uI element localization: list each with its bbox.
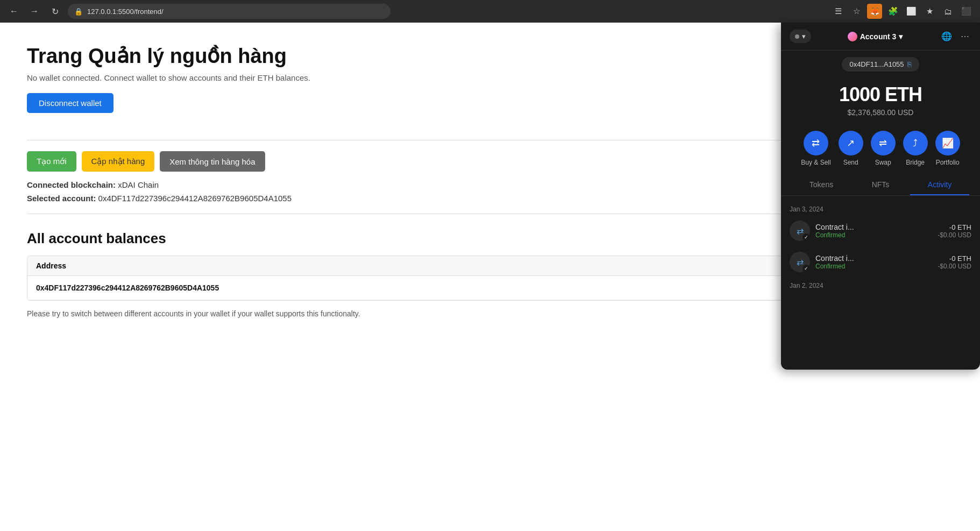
copy-icon: ⎘ bbox=[907, 60, 912, 68]
bridge-icon: ⤴ bbox=[903, 131, 928, 155]
wallet-action-buy-sell[interactable]: ⇄ Buy & Sell bbox=[801, 131, 830, 166]
update-goods-button[interactable]: Cập nhật hàng bbox=[82, 151, 155, 172]
wallet-header-icons: 🌐 ⋯ bbox=[939, 29, 971, 44]
bridge-label: Bridge bbox=[906, 159, 925, 166]
reader-view-button[interactable]: ☰ bbox=[830, 4, 846, 19]
wallet-menu-button[interactable]: ⋯ bbox=[958, 29, 971, 44]
disconnect-wallet-button[interactable]: Disconnect wallet bbox=[27, 93, 113, 113]
contract-interaction-icon-1: ⇄ bbox=[797, 226, 804, 236]
activity-date-1: Jan 3, 2024 bbox=[781, 201, 980, 215]
refresh-button[interactable]: ↻ bbox=[47, 4, 62, 19]
back-button[interactable]: ← bbox=[6, 4, 22, 19]
view-goods-button[interactable]: Xem thông tin hàng hóa bbox=[160, 151, 265, 172]
lock-icon: 🔒 bbox=[74, 8, 83, 16]
wallet-global-icon[interactable]: 🌐 bbox=[939, 29, 954, 44]
tab-tokens[interactable]: Tokens bbox=[792, 175, 851, 195]
activity-usd-2: -$0.00 USD bbox=[938, 263, 971, 270]
wallet-balance-eth: 1000 ETH bbox=[781, 83, 980, 106]
url-text: 127.0.0.1:5500/frontend/ bbox=[87, 8, 164, 16]
send-label: Send bbox=[843, 159, 858, 166]
wallet-balance-section: 1000 ETH $2,376,580.00 USD bbox=[781, 78, 980, 125]
activity-item-1[interactable]: ⇄ ✓ Contract i... Confirmed -0 ETH -$0.0… bbox=[781, 215, 980, 246]
selected-account-value: 0x4DF117d227396c294412A8269762B9605D4A10… bbox=[98, 194, 292, 203]
contract-interaction-icon-2: ⇄ bbox=[797, 257, 804, 267]
account-avatar bbox=[848, 32, 857, 41]
activity-icon-2: ⇄ ✓ bbox=[790, 252, 810, 272]
activity-date-2: Jan 2, 2024 bbox=[781, 278, 980, 292]
activity-icon-1: ⇄ ✓ bbox=[790, 221, 810, 241]
main-area: Trang Quản lý nguồn hàng No wallet conne… bbox=[0, 23, 980, 531]
activity-amount-1: -0 ETH -$0.00 USD bbox=[938, 223, 971, 239]
wallet-account-button[interactable]: Account 3 ▾ bbox=[848, 32, 903, 41]
activity-badge-1: ✓ bbox=[803, 233, 810, 241]
wallet-tabs: Tokens NFTs Activity bbox=[781, 175, 980, 196]
activity-name-1: Contract i... bbox=[815, 223, 932, 231]
account-name: Account 3 bbox=[860, 32, 897, 41]
wallet-actions: ⇄ Buy & Sell ↗ Send ⇌ Swap ⤴ Bridge 📈 Po… bbox=[781, 125, 980, 175]
activity-item-2[interactable]: ⇄ ✓ Contract i... Confirmed -0 ETH -$0.0… bbox=[781, 246, 980, 278]
buy-sell-label: Buy & Sell bbox=[801, 159, 830, 166]
swap-icon: ⇌ bbox=[871, 131, 896, 155]
activity-amount-2: -0 ETH -$0.00 USD bbox=[938, 254, 971, 270]
wallet-header: ▾ Account 3 ▾ 🌐 ⋯ bbox=[781, 23, 980, 51]
connected-blockchain-label: Connected blockchain: bbox=[27, 180, 116, 189]
activity-info-1: Contract i... Confirmed bbox=[815, 223, 932, 239]
send-icon: ↗ bbox=[839, 131, 863, 155]
wallet-popup: ▾ Account 3 ▾ 🌐 ⋯ 0x4DF11...A1055 ⎘ 1000… bbox=[781, 23, 980, 370]
network-status-dot bbox=[795, 34, 799, 39]
selected-account-label: Selected account: bbox=[27, 194, 96, 203]
activity-status-1: Confirmed bbox=[815, 231, 932, 239]
activity-name-2: Contract i... bbox=[815, 254, 932, 263]
swap-label: Swap bbox=[875, 159, 891, 166]
wallet-action-portfolio[interactable]: 📈 Portfolio bbox=[935, 131, 960, 166]
extensions-button[interactable]: 🧩 bbox=[885, 4, 900, 19]
tab-nfts[interactable]: NFTs bbox=[851, 175, 910, 195]
collections-button[interactable]: 🗂 bbox=[940, 4, 955, 19]
wallet-network-button[interactable]: ▾ bbox=[790, 30, 811, 43]
wallet-address-row: 0x4DF11...A1055 ⎘ bbox=[781, 51, 980, 78]
wallet-action-send[interactable]: ↗ Send bbox=[839, 131, 863, 166]
address-bar[interactable]: 🔒 127.0.0.1:5500/frontend/ bbox=[68, 4, 390, 19]
account-chevron-icon: ▾ bbox=[899, 32, 903, 41]
wallet-action-bridge[interactable]: ⤴ Bridge bbox=[903, 131, 928, 166]
activity-eth-2: -0 ETH bbox=[938, 254, 971, 263]
wallet-balance-usd: $2,376,580.00 USD bbox=[781, 108, 980, 117]
buy-sell-icon: ⇄ bbox=[804, 131, 828, 155]
more-tools-button[interactable]: ⬛ bbox=[958, 4, 974, 19]
portfolio-icon: 📈 bbox=[935, 131, 960, 155]
star-button[interactable]: ☆ bbox=[849, 4, 864, 19]
activity-info-2: Contract i... Confirmed bbox=[815, 254, 932, 270]
connected-blockchain-value: xDAI Chain bbox=[118, 180, 159, 189]
tab-activity[interactable]: Activity bbox=[910, 175, 969, 195]
activity-badge-2: ✓ bbox=[803, 265, 810, 272]
create-new-button[interactable]: Tạo mới bbox=[27, 151, 76, 172]
wallet-address-text: 0x4DF11...A1055 bbox=[849, 60, 904, 68]
wallet-activity-feed: Jan 3, 2024 ⇄ ✓ Contract i... Confirmed … bbox=[781, 196, 980, 370]
activity-usd-1: -$0.00 USD bbox=[938, 231, 971, 239]
portfolio-label: Portfolio bbox=[936, 159, 960, 166]
browser-chrome: ← → ↻ 🔒 127.0.0.1:5500/frontend/ ☰ ☆ 🦊 🧩… bbox=[0, 0, 980, 23]
wallet-address-chip[interactable]: 0x4DF11...A1055 ⎘ bbox=[842, 57, 919, 72]
network-chevron-icon: ▾ bbox=[802, 32, 806, 40]
wallet-action-swap[interactable]: ⇌ Swap bbox=[871, 131, 896, 166]
split-view-button[interactable]: ⬜ bbox=[904, 4, 919, 19]
activity-status-2: Confirmed bbox=[815, 263, 932, 270]
browser-toolbar: ☰ ☆ 🦊 🧩 ⬜ ★ 🗂 ⬛ bbox=[830, 4, 974, 19]
favorites-button[interactable]: ★ bbox=[922, 4, 937, 19]
forward-button[interactable]: → bbox=[27, 4, 42, 19]
activity-eth-1: -0 ETH bbox=[938, 223, 971, 231]
metamask-extension-icon[interactable]: 🦊 bbox=[867, 4, 882, 19]
